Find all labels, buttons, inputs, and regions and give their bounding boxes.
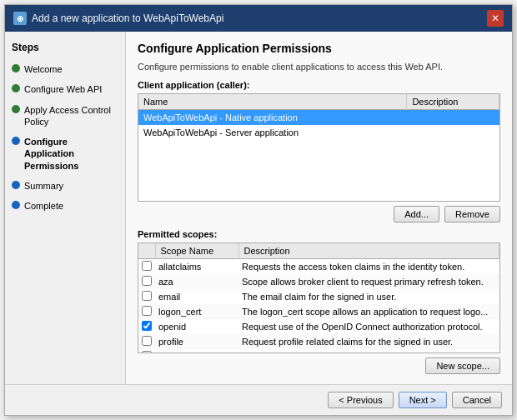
- new-scope-button[interactable]: New scope...: [425, 358, 500, 374]
- main-dialog: ⊕ Add a new application to WebApiToWebAp…: [4, 4, 513, 416]
- list-item[interactable]: user_imperso...Request permission for th…: [138, 349, 499, 353]
- sidebar-item-welcome[interactable]: Welcome: [12, 62, 118, 77]
- steps-container: WelcomeConfigure Web APIApply Access Con…: [12, 62, 118, 214]
- scope-description: Scope allows broker client to request pr…: [238, 274, 499, 289]
- cancel-button[interactable]: Cancel: [452, 392, 502, 408]
- scope-checkbox-cell[interactable]: [138, 259, 155, 275]
- scope-description: Requests the access token claims in the …: [238, 259, 499, 275]
- client-row-name: WebApiToWebApi - Native application: [138, 110, 407, 126]
- client-table-header-row: Name Description: [138, 94, 499, 110]
- step-label-configure-application-permissions: Configure Application Permissions: [24, 136, 118, 172]
- scope-checkbox-cell[interactable]: [138, 304, 155, 319]
- scope-name: openid: [155, 319, 238, 334]
- scope-checkbox[interactable]: [142, 321, 152, 331]
- scope-col-desc: Description: [238, 243, 499, 259]
- scope-checkbox-cell[interactable]: [138, 334, 155, 349]
- new-scope-row: New scope...: [138, 358, 500, 374]
- scope-description: The logon_cert scope allows an applicati…: [238, 304, 499, 319]
- list-item[interactable]: openidRequest use of the OpenID Connect …: [138, 319, 499, 334]
- scope-name: logon_cert: [155, 304, 238, 319]
- client-row-description: [407, 110, 499, 126]
- scopes-container: Scope Name Description allatclaimsReques…: [138, 242, 500, 353]
- client-table-body: WebApiToWebApi - Native applicationWebAp…: [138, 110, 499, 141]
- scope-checkbox-cell[interactable]: [138, 274, 155, 289]
- scopes-label: Permitted scopes:: [138, 229, 500, 239]
- close-button[interactable]: ✕: [487, 10, 504, 27]
- scope-checkbox[interactable]: [142, 306, 152, 316]
- client-table-container: Name Description WebApiToWebApi - Native…: [138, 93, 500, 202]
- scope-checkbox-cell[interactable]: [138, 319, 155, 334]
- description: Configure permissions to enable client a…: [138, 62, 500, 72]
- add-button[interactable]: Add...: [394, 206, 439, 222]
- footer: < Previous Next > Cancel: [5, 384, 512, 415]
- dialog-title: Add a new application to WebApiToWebApi: [32, 12, 223, 24]
- scope-name: profile: [155, 334, 238, 349]
- step-dot-apply-access-control-policy: [12, 105, 20, 113]
- client-row-description: [407, 125, 499, 140]
- step-label-complete: Complete: [24, 200, 63, 212]
- sidebar-item-apply-access-control-policy[interactable]: Apply Access Control Policy: [12, 102, 118, 130]
- add-remove-row: Add... Remove: [138, 206, 500, 222]
- app-icon: ⊕: [13, 12, 27, 25]
- scope-description: Request use of the OpenID Connect author…: [238, 319, 499, 334]
- client-table: Name Description WebApiToWebApi - Native…: [138, 94, 499, 140]
- next-button[interactable]: Next >: [399, 392, 447, 408]
- list-item[interactable]: logon_certThe logon_cert scope allows an…: [138, 304, 499, 319]
- scope-col-check: [138, 243, 155, 259]
- client-col-description: Description: [407, 94, 499, 110]
- step-dot-configure-web-api: [12, 84, 20, 92]
- scope-name: user_imperso...: [155, 349, 238, 353]
- scope-checkbox[interactable]: [142, 261, 152, 271]
- step-dot-configure-application-permissions: [12, 137, 20, 145]
- title-bar: ⊕ Add a new application to WebApiToWebAp…: [5, 5, 512, 32]
- sidebar-item-complete[interactable]: Complete: [12, 198, 118, 213]
- scope-col-name: Scope Name: [155, 243, 238, 259]
- scope-checkbox[interactable]: [142, 276, 152, 286]
- title-bar-left: ⊕ Add a new application to WebApiToWebAp…: [13, 12, 223, 25]
- scope-description: The email claim for the signed in user.: [238, 289, 499, 304]
- scope-description: Request profile related claims for the s…: [238, 334, 499, 349]
- scope-checkbox[interactable]: [142, 351, 152, 353]
- client-row-name: WebApiToWebApi - Server application: [138, 125, 407, 140]
- step-label-summary: Summary: [24, 180, 63, 192]
- step-dot-summary: [12, 181, 20, 189]
- list-item[interactable]: profileRequest profile related claims fo…: [138, 334, 499, 349]
- sidebar-item-summary[interactable]: Summary: [12, 178, 118, 193]
- list-item[interactable]: azaScope allows broker client to request…: [138, 274, 499, 289]
- step-dot-welcome: [12, 64, 20, 72]
- scope-name: aza: [155, 274, 238, 289]
- step-label-apply-access-control-policy: Apply Access Control Policy: [24, 104, 118, 128]
- main-content: Configure Application Permissions Config…: [126, 32, 512, 384]
- step-dot-complete: [12, 201, 20, 209]
- table-row[interactable]: WebApiToWebApi - Native application: [138, 110, 499, 126]
- list-item[interactable]: emailThe email claim for the signed in u…: [138, 289, 499, 304]
- scope-name: allatclaims: [155, 259, 238, 275]
- sidebar-item-configure-application-permissions[interactable]: Configure Application Permissions: [12, 134, 118, 173]
- remove-button[interactable]: Remove: [444, 206, 500, 222]
- client-section-label: Client application (caller):: [138, 80, 500, 90]
- page-title: Configure Application Permissions: [138, 42, 500, 55]
- list-item[interactable]: allatclaimsRequests the access token cla…: [138, 259, 499, 275]
- scopes-header-row: Scope Name Description: [138, 243, 499, 259]
- scope-checkbox[interactable]: [142, 291, 152, 301]
- scope-description: Request permission for the application t…: [238, 349, 499, 353]
- dialog-body: Steps WelcomeConfigure Web APIApply Acce…: [5, 32, 512, 384]
- scopes-table: Scope Name Description allatclaimsReques…: [138, 243, 499, 353]
- scopes-table-body: allatclaimsRequests the access token cla…: [138, 259, 499, 354]
- client-col-name: Name: [138, 94, 407, 110]
- steps-heading: Steps: [12, 42, 118, 53]
- scope-name: email: [155, 289, 238, 304]
- table-row[interactable]: WebApiToWebApi - Server application: [138, 125, 499, 140]
- sidebar-item-configure-web-api[interactable]: Configure Web API: [12, 82, 118, 97]
- sidebar: Steps WelcomeConfigure Web APIApply Acce…: [5, 32, 126, 384]
- scope-checkbox-cell[interactable]: [138, 289, 155, 304]
- previous-button[interactable]: < Previous: [328, 392, 393, 408]
- scope-checkbox[interactable]: [142, 336, 152, 346]
- scope-checkbox-cell[interactable]: [138, 349, 155, 353]
- step-label-welcome: Welcome: [24, 63, 63, 75]
- step-label-configure-web-api: Configure Web API: [24, 83, 102, 95]
